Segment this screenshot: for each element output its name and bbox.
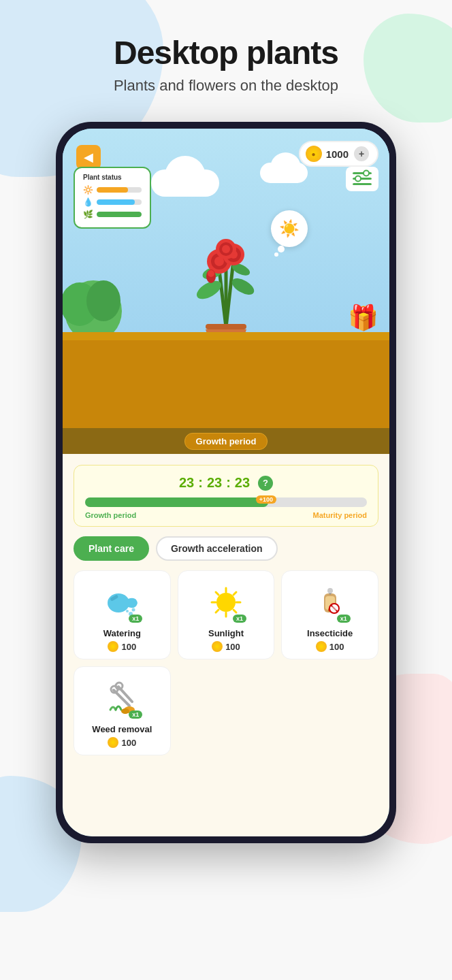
status-row-water: 💧 [83,197,142,207]
coins-display: ● 1000 + [299,141,378,167]
settings-button[interactable] [346,167,378,191]
svg-point-1 [364,171,369,176]
timer-section: 23 : 23 : 23 ? +100 Growth period [74,465,378,527]
phone-inner: ◀ ● 1000 + Plant status 🔆 [63,129,389,836]
watering-cost-value: 100 [121,642,136,652]
coin-icon: ● [306,146,322,162]
progress-bar-container: +100 [85,497,367,507]
svg-rect-4 [353,183,372,185]
tabs-row: Plant care Growth acceleration [74,536,378,561]
bush-left [63,263,124,338]
sunlight-cost-value: 100 [225,642,240,652]
game-area: ◀ ● 1000 + Plant status 🔆 [63,129,389,428]
leaf-bar-bg [97,212,142,217]
bottom-panel[interactable]: 23 : 23 : 23 ? +100 Growth period [63,454,389,836]
sunlight-label: Sunlight [208,628,244,638]
growth-period-badge: Growth period [184,433,268,450]
watering-coin-icon [108,641,118,652]
timer-minutes: 23 [207,475,222,491]
leaf-status-icon: 🌿 [83,210,93,219]
progress-bar-fill: +100 [85,497,268,507]
svg-point-32 [126,610,129,612]
svg-point-23 [222,245,230,253]
gift-icon[interactable]: 🎁 [348,304,378,332]
insecticide-label: Insecticide [307,628,353,638]
insecticide-cost: 100 [316,641,344,652]
weed-removal-cost: 100 [108,737,136,748]
svg-point-33 [216,593,236,612]
sunlight-coin-icon [212,641,223,652]
coin-amount: 1000 [326,148,349,160]
svg-line-41 [216,610,219,612]
care-grid: x1 Watering 100 [74,570,378,659]
phone-mockup: ◀ ● 1000 + Plant status 🔆 [56,122,396,843]
svg-point-12 [229,275,257,298]
app-subtitle: Plants and flowers on the desktop [114,77,338,95]
plant-area [172,208,280,344]
svg-point-25 [208,270,214,277]
progress-bonus: +100 [256,495,276,504]
svg-point-31 [132,608,135,612]
plant-status-title: Plant status [83,174,142,181]
svg-point-7 [86,280,120,321]
cloud-2 [260,163,308,183]
timer-hours: 23 [179,475,194,491]
care-item-insecticide[interactable]: x1 Insecticide 100 [281,570,378,659]
svg-line-39 [233,610,236,612]
svg-point-28 [108,593,129,612]
status-row-leaf: 🌿 [83,210,142,219]
svg-point-3 [355,176,361,182]
care-single-row: x1 Weed removal 100 [74,666,378,755]
sunlight-cost: 100 [212,641,240,652]
watering-label: Watering [103,628,141,638]
timer-colon-1: : [198,475,203,491]
weed-removal-badge: x1 [129,710,142,719]
svg-point-46 [327,588,333,593]
watering-badge: x1 [129,615,142,623]
sun-bar-bg [97,187,142,193]
weed-removal-cost-value: 100 [121,738,136,748]
desk [63,332,389,428]
growth-period-bar: Growth period [63,428,389,454]
watering-cost: 100 [108,641,136,652]
weed-removal-label: Weed removal [92,724,152,734]
thought-sun-icon: ☀️ [279,219,300,238]
care-item-weed-removal[interactable]: x1 Weed removal 100 [74,666,171,755]
plant-status-panel: Plant status 🔆 💧 🌿 [74,167,151,229]
timer-display: 23 : 23 : 23 ? [85,475,367,491]
watering-icon-wrap: x1 [100,581,144,624]
tab-plant-care[interactable]: Plant care [74,536,149,561]
progress-label-maturity: Maturity period [313,511,367,519]
add-coins-button[interactable]: + [354,146,369,161]
progress-label-growth: Growth period [85,511,136,519]
insecticide-coin-icon [316,641,327,652]
back-button[interactable]: ◀ [76,145,101,169]
water-status-icon: 💧 [83,197,93,207]
tab-growth-acceleration[interactable]: Growth acceleration [156,536,278,561]
svg-point-49 [332,606,337,611]
water-bar-bg [97,199,142,205]
timer-colon-2: : [226,475,231,491]
svg-rect-26 [206,324,246,329]
weed-removal-icon-wrap: x1 [100,676,144,720]
back-arrow-icon: ◀ [84,150,93,165]
timer-help-button[interactable]: ? [258,476,273,491]
svg-line-38 [216,592,219,595]
sun-status-icon: 🔆 [83,185,93,195]
cloud-1 [151,169,219,197]
care-item-watering[interactable]: x1 Watering 100 [74,570,171,659]
water-bar-fill [97,199,135,205]
svg-line-40 [233,592,236,595]
care-item-sunlight[interactable]: x1 Sunlight 100 [178,570,275,659]
leaf-bar-fill [97,212,142,217]
insecticide-badge: x1 [337,615,351,623]
insecticide-icon-wrap: x1 [308,581,352,624]
sun-bar-fill [97,187,128,193]
sunlight-badge: x1 [233,615,246,623]
progress-labels: Growth period Maturity period [85,511,367,519]
sunlight-icon-wrap: x1 [204,581,248,624]
page-content: Desktop plants Plants and flowers on the… [0,0,452,843]
status-row-sun: 🔆 [83,185,142,195]
timer-seconds: 23 [235,475,250,491]
app-title: Desktop plants [114,34,338,71]
